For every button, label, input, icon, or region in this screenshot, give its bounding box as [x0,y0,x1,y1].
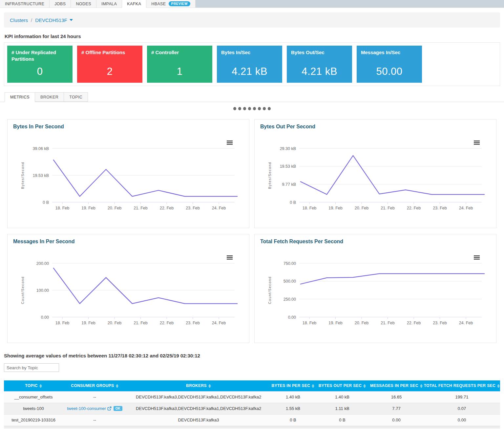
total-fetch-cell: 199.71 [424,391,500,403]
carousel-dot[interactable] [263,107,266,110]
table-header-row: TOPIC CONSUMER GROUPS BROKERS BYTES IN P… [4,380,500,391]
column-label: TOTAL FETCH REQUESTS PER SEC [424,383,496,388]
breadcrumb-clusters-link[interactable]: Clusters [10,17,28,23]
carousel-dot[interactable] [233,107,236,110]
column-header-topic[interactable]: TOPIC [4,380,63,391]
nav-tab-infrastructure[interactable]: INFRASTRUCTURE [0,0,50,8]
bytes-out-cell: 1.40 kB [315,391,369,403]
carousel-dot[interactable] [238,107,241,110]
carousel-dot[interactable] [258,107,261,110]
sort-icon[interactable] [39,384,42,388]
metrics-tab-bar: METRICS BROKER TOPIC [0,92,504,102]
chart-menu-icon[interactable] [474,140,480,145]
kpi-card-offline-partitions: # Offline Partitions 2 [77,46,142,83]
svg-text:500.00: 500.00 [284,279,296,284]
kpi-card-bytes-out: Bytes Out/Sec 4.21 kB [287,46,352,83]
svg-text:19. Feb: 19. Feb [81,206,95,210]
total-fetch-cell: 0.00 [424,414,500,426]
column-header-consumer-groups[interactable]: CONSUMER GROUPS [63,380,126,391]
column-header-total-fetch[interactable]: TOTAL FETCH REQUESTS PER SEC [424,380,500,391]
table-row: tweets-100 tweet-100-consumerOK DEVCDH51… [4,403,500,414]
sort-icon[interactable] [312,384,314,388]
brokers-cell: DEVCDH513F.kafka3,DEVCDH513F.kafka1,DEVC… [126,403,271,414]
nav-tab-impala[interactable]: IMPALA [96,0,122,8]
kpi-value: 1 [147,66,212,77]
svg-text:24. Feb: 24. Feb [212,321,226,325]
line-chart-canvas: 0.00100.00200.0018. Feb19. Feb20. Feb21.… [8,234,250,343]
consumer-group-link[interactable]: tweet-100-consumer [67,406,106,411]
kpi-value: 2 [77,66,142,77]
svg-text:22. Feb: 22. Feb [160,321,174,325]
column-label: BYTES IN PER SEC [272,383,310,388]
breadcrumb-separator: / [31,17,32,23]
chart-title: Bytes Out Per Second [260,124,315,130]
chart-menu-icon[interactable] [474,255,480,260]
messages-in-cell: 16.65 [369,391,424,403]
chart-messages-in-per-second: 0.00100.00200.0018. Feb19. Feb20. Feb21.… [7,234,249,343]
breadcrumb-cluster-dropdown[interactable]: DEVCDH513F [35,17,67,23]
sort-icon[interactable] [363,384,366,388]
svg-text:24. Feb: 24. Feb [212,206,226,210]
sort-icon[interactable] [208,384,211,388]
topic-cell: test_20190219-103316 [4,414,63,426]
line-chart-canvas: 0.00250.00500.00750.0018. Feb19. Feb20. … [255,234,497,343]
svg-text:19. Feb: 19. Feb [81,321,95,325]
bytes-in-cell: 1.55 kB [271,403,315,414]
breadcrumb: Clusters / DEVCDH513F [4,12,500,28]
chart-title: Bytes In Per Second [13,124,64,130]
line-chart-canvas: 0 B9.77 kB19.53 kB29.30 kB18. Feb19. Feb… [255,119,497,228]
sort-icon[interactable] [116,384,118,388]
svg-text:18. Feb: 18. Feb [303,321,316,325]
svg-text:19.53 kB: 19.53 kB [33,173,49,178]
chart-title: Total Fetch Requests Per Second [260,239,343,245]
carousel-dot[interactable] [248,107,251,110]
chart-menu-icon[interactable] [227,140,233,145]
nav-tab-hbase[interactable]: HBASE PREVIEW [146,0,196,8]
carousel-dots [0,107,504,110]
column-header-bytes-in[interactable]: BYTES IN PER SEC [271,380,315,391]
svg-text:20. Feb: 20. Feb [108,206,121,210]
sort-icon[interactable] [497,384,500,388]
tab-metrics[interactable]: METRICS [5,92,35,102]
carousel-dot[interactable] [243,107,246,110]
chevron-down-icon[interactable] [70,19,73,21]
kpi-value: 50.00 [357,66,422,77]
kpi-label: # Offline Partitions [81,49,138,56]
svg-text:18. Feb: 18. Feb [55,206,69,210]
brokers-cell: DEVCDH513F.kafka3 [126,414,271,426]
sort-icon[interactable] [420,384,423,388]
svg-text:18. Feb: 18. Feb [55,321,69,325]
messages-in-cell: 0.00 [369,414,424,426]
tab-topic[interactable]: TOPIC [64,92,88,102]
column-label: BROKERS [186,383,207,388]
tab-broker[interactable]: BROKER [35,92,64,102]
column-label: CONSUMER GROUPS [71,383,114,388]
bytes-in-cell: 1.40 kB [271,391,315,403]
kpi-card-bytes-in: Bytes In/Sec 4.21 kB [217,46,282,83]
kpi-label: # Controller [151,49,208,56]
column-header-brokers[interactable]: BROKERS [126,380,271,391]
nav-tab-nodes[interactable]: NODES [71,0,96,8]
line-chart-canvas: 0 B19.53 kB39.06 kB18. Feb19. Feb20. Feb… [8,119,250,228]
svg-text:Bytes/Second: Bytes/Second [268,162,272,189]
svg-text:200.00: 200.00 [36,261,49,266]
svg-text:19. Feb: 19. Feb [328,321,342,325]
column-header-messages-in[interactable]: MESSAGES IN PER SEC [369,380,424,391]
nav-filler [196,0,504,8]
chart-total-fetch-requests: 0.00250.00500.00750.0018. Feb19. Feb20. … [254,234,496,343]
chart-bytes-out-per-second: 0 B9.77 kB19.53 kB29.30 kB18. Feb19. Feb… [254,119,496,228]
search-input[interactable] [4,363,59,372]
carousel-dot[interactable] [253,107,256,110]
svg-text:0.00: 0.00 [41,315,49,320]
chart-menu-icon[interactable] [227,255,233,260]
nav-tab-kafka[interactable]: KAFKA [122,0,146,8]
external-link-icon[interactable] [107,406,112,411]
nav-tab-jobs[interactable]: JOBS [50,0,71,8]
bytes-in-cell: 0 B [271,414,315,426]
svg-text:20. Feb: 20. Feb [355,321,368,325]
column-label: MESSAGES IN PER SEC [370,383,418,388]
nav-tab-label: IMPALA [101,2,117,6]
column-header-bytes-out[interactable]: BYTES OUT PER SEC [315,380,369,391]
carousel-dot[interactable] [268,107,271,110]
chart-bytes-in-per-second: 0 B19.53 kB39.06 kB18. Feb19. Feb20. Feb… [7,119,249,228]
